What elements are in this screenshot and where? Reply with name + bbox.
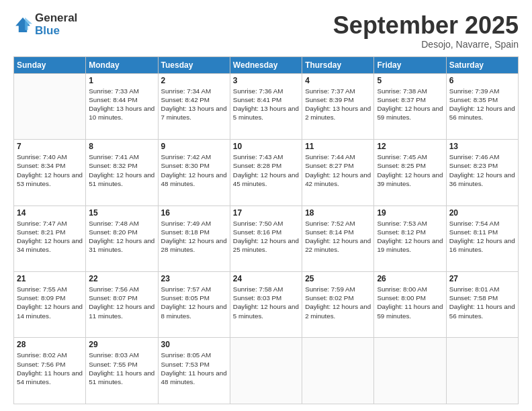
svg-marker-1 [25, 17, 32, 30]
day-info: Sunrise: 7:52 AM Sunset: 8:14 PM Dayligh… [305, 219, 371, 255]
day-info: Sunrise: 8:00 AM Sunset: 8:00 PM Dayligh… [377, 285, 443, 320]
table-row: 6Sunrise: 7:39 AM Sunset: 8:35 PM Daylig… [446, 73, 518, 139]
header-thursday: Thursday [302, 56, 374, 73]
week-row-2: 7Sunrise: 7:40 AM Sunset: 8:34 PM Daylig… [14, 140, 519, 205]
table-row [446, 338, 518, 404]
table-row: 27Sunrise: 8:01 AM Sunset: 7:58 PM Dayli… [446, 272, 518, 338]
table-row: 30Sunrise: 8:05 AM Sunset: 7:53 PM Dayli… [158, 338, 230, 404]
page: General Blue September 2025 Desojo, Nava… [0, 0, 532, 411]
day-number: 6 [449, 76, 515, 85]
logo: General Blue [13, 12, 77, 37]
header-sunday: Sunday [14, 56, 86, 73]
table-row [230, 338, 302, 404]
table-row [14, 73, 86, 139]
day-info: Sunrise: 7:37 AM Sunset: 8:39 PM Dayligh… [305, 87, 371, 122]
table-row: 11Sunrise: 7:44 AM Sunset: 8:27 PM Dayli… [302, 140, 374, 205]
day-number: 11 [305, 142, 371, 151]
header-wednesday: Wednesday [230, 56, 302, 73]
header: General Blue September 2025 Desojo, Nava… [13, 12, 519, 50]
day-info: Sunrise: 7:46 AM Sunset: 8:23 PM Dayligh… [449, 152, 515, 188]
day-info: Sunrise: 7:38 AM Sunset: 8:37 PM Dayligh… [377, 87, 443, 122]
day-info: Sunrise: 7:39 AM Sunset: 8:35 PM Dayligh… [449, 87, 515, 122]
day-info: Sunrise: 7:36 AM Sunset: 8:41 PM Dayligh… [233, 87, 299, 122]
table-row: 14Sunrise: 7:47 AM Sunset: 8:21 PM Dayli… [14, 205, 86, 271]
day-info: Sunrise: 7:48 AM Sunset: 8:20 PM Dayligh… [89, 219, 154, 255]
table-row [302, 338, 374, 404]
table-row: 23Sunrise: 7:57 AM Sunset: 8:05 PM Dayli… [158, 272, 230, 338]
table-row: 9Sunrise: 7:42 AM Sunset: 8:30 PM Daylig… [158, 140, 230, 205]
location-subtitle: Desojo, Navarre, Spain [333, 39, 519, 50]
day-number: 14 [17, 208, 83, 218]
table-row: 22Sunrise: 7:56 AM Sunset: 8:07 PM Dayli… [86, 272, 158, 338]
calendar-header-row: Sunday Monday Tuesday Wednesday Thursday… [14, 56, 519, 73]
day-info: Sunrise: 7:58 AM Sunset: 8:03 PM Dayligh… [233, 285, 299, 320]
table-row: 28Sunrise: 8:02 AM Sunset: 7:56 PM Dayli… [14, 338, 86, 404]
day-info: Sunrise: 8:03 AM Sunset: 7:55 PM Dayligh… [89, 351, 154, 386]
table-row: 12Sunrise: 7:45 AM Sunset: 8:25 PM Dayli… [374, 140, 446, 205]
day-number: 19 [377, 208, 443, 218]
table-row: 8Sunrise: 7:41 AM Sunset: 8:32 PM Daylig… [86, 140, 158, 205]
table-row: 2Sunrise: 7:34 AM Sunset: 8:42 PM Daylig… [158, 73, 230, 139]
day-info: Sunrise: 7:49 AM Sunset: 8:18 PM Dayligh… [161, 219, 227, 255]
day-number: 7 [17, 142, 83, 151]
day-number: 3 [233, 76, 299, 85]
calendar-table: Sunday Monday Tuesday Wednesday Thursday… [13, 56, 519, 404]
day-number: 13 [449, 142, 515, 151]
logo-text: General Blue [35, 12, 77, 37]
day-info: Sunrise: 7:53 AM Sunset: 8:12 PM Dayligh… [377, 219, 443, 255]
day-number: 20 [449, 208, 515, 218]
day-number: 2 [161, 76, 227, 85]
title-block: September 2025 Desojo, Navarre, Spain [333, 12, 519, 50]
day-number: 28 [17, 340, 83, 349]
week-row-1: 1Sunrise: 7:33 AM Sunset: 8:44 PM Daylig… [14, 73, 519, 139]
day-number: 25 [305, 274, 371, 283]
week-row-3: 14Sunrise: 7:47 AM Sunset: 8:21 PM Dayli… [14, 205, 519, 271]
day-info: Sunrise: 7:41 AM Sunset: 8:32 PM Dayligh… [89, 152, 154, 188]
day-info: Sunrise: 7:43 AM Sunset: 8:28 PM Dayligh… [233, 152, 299, 188]
table-row: 13Sunrise: 7:46 AM Sunset: 8:23 PM Dayli… [446, 140, 518, 205]
day-number: 22 [89, 274, 154, 283]
table-row: 4Sunrise: 7:37 AM Sunset: 8:39 PM Daylig… [302, 73, 374, 139]
day-info: Sunrise: 7:34 AM Sunset: 8:42 PM Dayligh… [161, 87, 227, 122]
day-number: 1 [89, 76, 154, 85]
day-number: 23 [161, 274, 227, 283]
day-number: 4 [305, 76, 371, 85]
header-friday: Friday [374, 56, 446, 73]
day-info: Sunrise: 7:57 AM Sunset: 8:05 PM Dayligh… [161, 285, 227, 320]
day-info: Sunrise: 8:01 AM Sunset: 7:58 PM Dayligh… [449, 285, 515, 320]
week-row-5: 28Sunrise: 8:02 AM Sunset: 7:56 PM Dayli… [14, 338, 519, 404]
day-number: 8 [89, 142, 154, 151]
header-tuesday: Tuesday [158, 56, 230, 73]
day-info: Sunrise: 7:47 AM Sunset: 8:21 PM Dayligh… [17, 219, 83, 255]
table-row: 10Sunrise: 7:43 AM Sunset: 8:28 PM Dayli… [230, 140, 302, 205]
day-number: 29 [89, 340, 154, 349]
table-row: 7Sunrise: 7:40 AM Sunset: 8:34 PM Daylig… [14, 140, 86, 205]
day-number: 15 [89, 208, 154, 218]
day-number: 27 [449, 274, 515, 283]
day-info: Sunrise: 7:42 AM Sunset: 8:30 PM Dayligh… [161, 152, 227, 188]
header-saturday: Saturday [446, 56, 518, 73]
header-monday: Monday [86, 56, 158, 73]
day-number: 16 [161, 208, 227, 218]
day-number: 10 [233, 142, 299, 151]
table-row: 21Sunrise: 7:55 AM Sunset: 8:09 PM Dayli… [14, 272, 86, 338]
table-row: 3Sunrise: 7:36 AM Sunset: 8:41 PM Daylig… [230, 73, 302, 139]
logo-blue-text: Blue [35, 25, 77, 38]
day-number: 5 [377, 76, 443, 85]
table-row: 24Sunrise: 7:58 AM Sunset: 8:03 PM Dayli… [230, 272, 302, 338]
week-row-4: 21Sunrise: 7:55 AM Sunset: 8:09 PM Dayli… [14, 272, 519, 338]
day-number: 18 [305, 208, 371, 218]
day-info: Sunrise: 7:45 AM Sunset: 8:25 PM Dayligh… [377, 152, 443, 188]
day-info: Sunrise: 7:40 AM Sunset: 8:34 PM Dayligh… [17, 152, 83, 188]
day-number: 9 [161, 142, 227, 151]
day-info: Sunrise: 7:33 AM Sunset: 8:44 PM Dayligh… [89, 87, 154, 122]
day-number: 12 [377, 142, 443, 151]
day-number: 17 [233, 208, 299, 218]
table-row: 5Sunrise: 7:38 AM Sunset: 8:37 PM Daylig… [374, 73, 446, 139]
day-info: Sunrise: 7:54 AM Sunset: 8:11 PM Dayligh… [449, 219, 515, 255]
month-title: September 2025 [333, 12, 519, 39]
table-row: 18Sunrise: 7:52 AM Sunset: 8:14 PM Dayli… [302, 205, 374, 271]
table-row: 17Sunrise: 7:50 AM Sunset: 8:16 PM Dayli… [230, 205, 302, 271]
logo-icon [13, 15, 32, 34]
table-row: 26Sunrise: 8:00 AM Sunset: 8:00 PM Dayli… [374, 272, 446, 338]
